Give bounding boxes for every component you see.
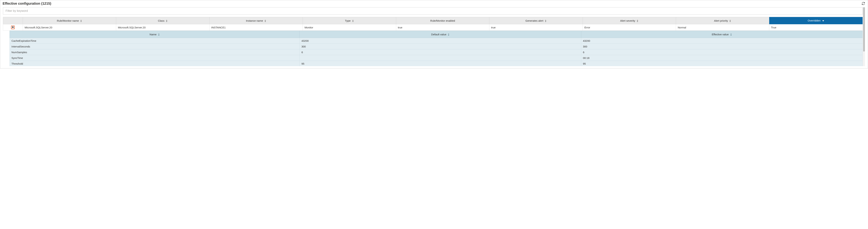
- detail-table: Name Default value: [9, 31, 863, 66]
- config-table: Rule/Monitor name Class In: [3, 17, 863, 31]
- sort-icon: [637, 20, 638, 22]
- col-label: Rule/Monitor name: [57, 19, 79, 22]
- detail-cell-default-value: 300: [300, 44, 581, 49]
- col-label: Class: [158, 19, 164, 22]
- refresh-icon: [862, 2, 865, 5]
- detail-cell-default-value: [300, 55, 581, 61]
- detail-row[interactable]: CacheExpirationTime4320043200: [10, 38, 863, 44]
- col-label: Alert severity: [620, 19, 635, 22]
- sort-icon: [545, 20, 547, 22]
- sort-icon: [729, 20, 731, 22]
- scroll-area: Rule/Monitor name Class In: [3, 7, 865, 66]
- detail-row[interactable]: IntervalSeconds300300: [10, 44, 863, 49]
- effective-configuration-panel: Effective configuration (1215): [0, 0, 868, 68]
- sort-icon: [158, 34, 160, 36]
- detail-cell-name: Threshold: [10, 61, 300, 66]
- detail-cell-name: CacheExpirationTime: [10, 38, 300, 44]
- cell-class: Microsoft.SQLServer.20: [116, 24, 209, 31]
- col-overridden[interactable]: Overridden: [769, 17, 863, 24]
- cell-alert-severity: Error: [583, 24, 676, 31]
- detail-cell-effective-value: 43200: [581, 38, 863, 44]
- panel-title: Effective configuration (1215): [3, 2, 51, 5]
- cell-rule-monitor-enabled: true: [396, 24, 489, 31]
- detail-col-default[interactable]: Default value: [300, 31, 581, 38]
- detail-section: Name Default value: [3, 31, 863, 66]
- detail-cell-effective-value: 95: [581, 61, 863, 66]
- detail-cell-default-value: 6: [300, 49, 581, 55]
- detail-cell-name: IntervalSeconds: [10, 44, 300, 49]
- detail-cell-effective-value: 6: [581, 49, 863, 55]
- detail-row[interactable]: NumSamples66: [10, 49, 863, 55]
- col-label: Alert priority: [714, 19, 728, 22]
- detail-cell-name: SyncTime: [10, 55, 300, 61]
- detail-col-effective[interactable]: Effective value: [581, 31, 863, 38]
- cell-generates-alert: true: [489, 24, 583, 31]
- col-class[interactable]: Class: [116, 17, 209, 24]
- sort-icon: [448, 34, 450, 36]
- col-label: Rule/Monitor enabled: [430, 19, 455, 22]
- detail-row[interactable]: SyncTime00:18: [10, 55, 863, 61]
- sort-icon: [80, 20, 82, 22]
- chevron-down-icon: [11, 26, 14, 29]
- col-rule-monitor-enabled[interactable]: Rule/Monitor enabled: [396, 17, 489, 24]
- table-row[interactable]: Microsoft.SQLServer.20 Microsoft.SQLServ…: [3, 24, 863, 31]
- cell-instance-name: INSTANCE1: [209, 24, 303, 31]
- col-label: Type: [345, 19, 351, 22]
- col-label: Default value: [431, 33, 446, 36]
- sort-icon: [352, 20, 354, 22]
- detail-header-row: Name Default value: [10, 31, 863, 38]
- sort-icon: [166, 20, 167, 22]
- col-alert-severity[interactable]: Alert severity: [583, 17, 676, 24]
- col-label: Overridden: [808, 19, 820, 22]
- detail-row[interactable]: Threshold9595: [10, 61, 863, 66]
- panel-header: Effective configuration (1215): [0, 0, 868, 7]
- col-type[interactable]: Type: [303, 17, 396, 24]
- detail-cell-default-value: 95: [300, 61, 581, 66]
- sort-desc-icon: [823, 19, 824, 22]
- col-label: Instance name: [246, 19, 263, 22]
- col-generates-alert[interactable]: Generates alert: [489, 17, 583, 24]
- detail-cell-name: NumSamples: [10, 49, 300, 55]
- detail-cell-effective-value: 00:18: [581, 55, 863, 61]
- table-header-row: Rule/Monitor name Class In: [3, 17, 863, 24]
- sort-icon: [730, 34, 732, 36]
- col-label: Name: [150, 33, 157, 36]
- cell-type: Monitor: [303, 24, 396, 31]
- cell-rule-monitor-name: Microsoft.SQLServer.20: [23, 24, 116, 31]
- col-alert-priority[interactable]: Alert priority: [676, 17, 769, 24]
- col-rule-monitor-name[interactable]: Rule/Monitor name: [23, 17, 116, 24]
- refresh-button[interactable]: [862, 2, 865, 5]
- scrollbar-thumb[interactable]: [863, 7, 865, 51]
- detail-cell-default-value: 43200: [300, 38, 581, 44]
- detail-col-name[interactable]: Name: [10, 31, 300, 38]
- panel-body: Rule/Monitor name Class In: [0, 7, 868, 68]
- row-expander-cell[interactable]: [3, 24, 23, 31]
- cell-alert-priority: Normal: [676, 24, 769, 31]
- cell-overridden: True: [769, 24, 863, 31]
- col-instance-name[interactable]: Instance name: [209, 17, 303, 24]
- detail-cell-effective-value: 300: [581, 44, 863, 49]
- sort-icon: [265, 20, 266, 22]
- col-label: Effective value: [712, 33, 728, 36]
- col-expander: [3, 17, 23, 24]
- col-label: Generates alert: [526, 19, 544, 22]
- vertical-scrollbar[interactable]: [863, 7, 865, 66]
- filter-input[interactable]: [3, 7, 863, 14]
